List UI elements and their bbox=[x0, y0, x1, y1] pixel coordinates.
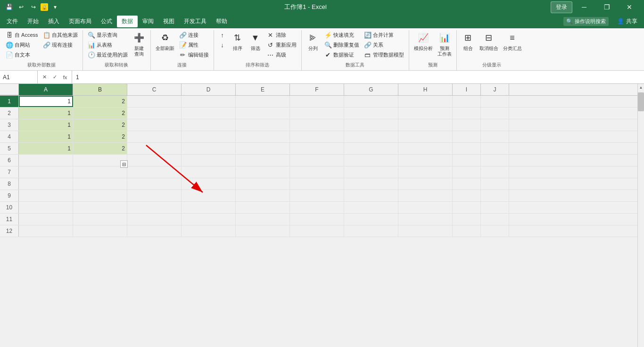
cell-C7[interactable] bbox=[127, 166, 182, 178]
cell-E10[interactable] bbox=[236, 202, 290, 213]
what-if-button[interactable]: 📈 模拟分析 bbox=[412, 30, 435, 53]
menu-data[interactable]: 数据 bbox=[117, 16, 138, 27]
cell-E1[interactable] bbox=[236, 96, 290, 107]
web-button[interactable]: 🌐 自网站 bbox=[4, 40, 40, 50]
save-button[interactable]: 💾 bbox=[4, 2, 14, 12]
col-header-B[interactable]: B bbox=[73, 84, 127, 95]
cell-C12[interactable] bbox=[127, 225, 182, 237]
menu-file[interactable]: 文件 bbox=[2, 16, 23, 27]
remove-dups-button[interactable]: 🔍 删除重复值 bbox=[322, 40, 361, 50]
cell-G7[interactable] bbox=[344, 166, 398, 178]
cell-J8[interactable] bbox=[481, 178, 509, 190]
cell-E12[interactable] bbox=[236, 225, 290, 237]
cell-F7[interactable] bbox=[290, 166, 344, 178]
cell-D9[interactable] bbox=[182, 190, 236, 201]
cell-E7[interactable] bbox=[236, 166, 290, 178]
cell-F2[interactable] bbox=[290, 107, 344, 119]
cell-H7[interactable] bbox=[398, 166, 453, 178]
cell-I8[interactable] bbox=[453, 178, 481, 190]
new-query-button[interactable]: ➕ 新建查询 bbox=[131, 30, 148, 58]
connections-button[interactable]: 🔗 连接 bbox=[177, 30, 211, 40]
col-header-D[interactable]: D bbox=[182, 84, 236, 95]
cell-D10[interactable] bbox=[182, 202, 236, 213]
cell-J7[interactable] bbox=[481, 166, 509, 178]
cell-I9[interactable] bbox=[453, 190, 481, 201]
cell-B11[interactable] bbox=[73, 214, 127, 225]
close-button[interactable]: ✕ bbox=[619, 0, 640, 14]
cell-F1[interactable] bbox=[290, 96, 344, 107]
cell-I6[interactable] bbox=[453, 155, 481, 166]
cell-J11[interactable] bbox=[481, 214, 509, 225]
share-button[interactable]: 👤 共享 bbox=[612, 16, 642, 27]
col-header-I[interactable]: I bbox=[453, 84, 481, 95]
vertical-scrollbar[interactable]: ▲ ▼ bbox=[637, 84, 644, 347]
cell-A9[interactable] bbox=[19, 190, 73, 201]
row-header-4[interactable]: 4 bbox=[0, 131, 19, 142]
cell-H12[interactable] bbox=[398, 225, 453, 237]
cell-G6[interactable] bbox=[344, 155, 398, 166]
ungroup-button[interactable]: ⊟ 取消组合 bbox=[478, 30, 500, 53]
col-header-J[interactable]: J bbox=[481, 84, 509, 95]
sort-button[interactable]: ⇅ 排序 bbox=[229, 30, 246, 53]
scroll-up-button[interactable]: ▲ bbox=[638, 84, 644, 91]
menu-help[interactable]: 帮助 bbox=[211, 16, 232, 27]
cell-D11[interactable] bbox=[182, 214, 236, 225]
cell-H3[interactable] bbox=[398, 119, 453, 131]
data-validation-button[interactable]: ✔ 数据验证 bbox=[322, 50, 361, 59]
cell-D8[interactable] bbox=[182, 178, 236, 190]
edit-links-button[interactable]: ✏ 编辑链接 bbox=[177, 50, 211, 59]
col-header-C[interactable]: C bbox=[127, 84, 182, 95]
cell-F3[interactable] bbox=[290, 119, 344, 131]
cell-I7[interactable] bbox=[453, 166, 481, 178]
cell-A5[interactable]: 1 bbox=[19, 143, 73, 154]
cell-H6[interactable] bbox=[398, 155, 453, 166]
cell-H4[interactable] bbox=[398, 131, 453, 142]
cell-B12[interactable] bbox=[73, 225, 127, 237]
cell-E2[interactable] bbox=[236, 107, 290, 119]
cell-F5[interactable] bbox=[290, 143, 344, 154]
menu-formula[interactable]: 公式 bbox=[96, 16, 117, 27]
advanced-button[interactable]: ⋯ 高级 bbox=[265, 50, 298, 59]
col-header-A[interactable]: A bbox=[19, 84, 73, 95]
cell-J1[interactable] bbox=[481, 96, 509, 107]
cell-J12[interactable] bbox=[481, 225, 509, 237]
cell-F10[interactable] bbox=[290, 202, 344, 213]
menu-developer[interactable]: 开发工具 bbox=[179, 16, 211, 27]
cell-F12[interactable] bbox=[290, 225, 344, 237]
search-box[interactable]: 🔍 操作说明搜索 bbox=[563, 17, 609, 26]
menu-page-layout[interactable]: 页面布局 bbox=[64, 16, 96, 27]
cell-G1[interactable] bbox=[344, 96, 398, 107]
undo-button[interactable]: ↩ bbox=[16, 2, 26, 12]
cell-C2[interactable] bbox=[127, 107, 182, 119]
cell-I5[interactable] bbox=[453, 143, 481, 154]
cell-E5[interactable] bbox=[236, 143, 290, 154]
cell-I2[interactable] bbox=[453, 107, 481, 119]
cell-I12[interactable] bbox=[453, 225, 481, 237]
cell-E11[interactable] bbox=[236, 214, 290, 225]
menu-review[interactable]: 审阅 bbox=[138, 16, 158, 27]
cell-C8[interactable] bbox=[127, 178, 182, 190]
cell-C10[interactable] bbox=[127, 202, 182, 213]
cell-D2[interactable] bbox=[182, 107, 236, 119]
cell-D12[interactable] bbox=[182, 225, 236, 237]
cell-J3[interactable] bbox=[481, 119, 509, 131]
cell-A3[interactable]: 1 bbox=[19, 119, 73, 131]
row-header-11[interactable]: 11 bbox=[0, 214, 19, 225]
cell-I4[interactable] bbox=[453, 131, 481, 142]
cell-B5[interactable]: 2 bbox=[73, 143, 127, 154]
cell-A8[interactable] bbox=[19, 178, 73, 190]
row-header-6[interactable]: 6 bbox=[0, 155, 19, 166]
cell-A10[interactable] bbox=[19, 202, 73, 213]
cell-G9[interactable] bbox=[344, 190, 398, 201]
cell-H5[interactable] bbox=[398, 143, 453, 154]
cell-G5[interactable] bbox=[344, 143, 398, 154]
sort-az-button[interactable]: ↑ bbox=[217, 30, 228, 40]
paste-options-icon[interactable]: ⊟ bbox=[120, 160, 128, 168]
cell-B4[interactable]: 2 bbox=[73, 131, 127, 142]
show-query-button[interactable]: 🔍 显示查询 bbox=[86, 30, 130, 40]
access-button[interactable]: 🗄 自 Access bbox=[4, 30, 40, 40]
cell-G10[interactable] bbox=[344, 202, 398, 213]
cell-A12[interactable] bbox=[19, 225, 73, 237]
cell-D4[interactable] bbox=[182, 131, 236, 142]
col-header-H[interactable]: H bbox=[398, 84, 453, 95]
